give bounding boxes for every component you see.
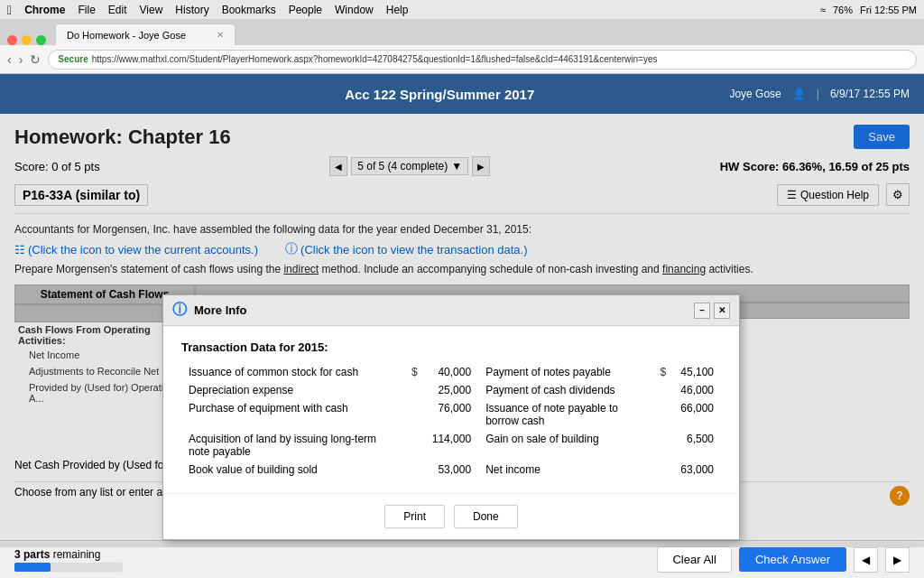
- row2-right-value: 46,000: [673, 381, 721, 399]
- row5-right-label: Net income: [478, 461, 652, 479]
- minimize-button[interactable]: [22, 35, 32, 45]
- back-button[interactable]: ‹: [7, 52, 12, 67]
- row4-left-value: 114,000: [425, 430, 478, 461]
- refresh-button[interactable]: ↻: [30, 52, 41, 67]
- row5-right-value: 63,000: [673, 461, 721, 479]
- main-content: Homework: Chapter 16 Save Score: 0 of 5 …: [0, 114, 924, 547]
- print-button[interactable]: Print: [384, 505, 445, 528]
- row4-right-dollar: [653, 430, 674, 461]
- modal-minimize-button[interactable]: –: [694, 303, 710, 319]
- menubar-people[interactable]: People: [289, 4, 322, 16]
- row1-right-value: 45,100: [673, 363, 721, 381]
- table-row: Acquisition of land by issuing long-term…: [181, 430, 721, 461]
- row1-left-value: 40,000: [425, 363, 478, 381]
- menubar-file[interactable]: File: [78, 4, 95, 16]
- row3-left-value: 76,000: [425, 399, 478, 430]
- chrome-tabbar: Do Homework - Joye Gose ✕: [0, 20, 924, 45]
- row4-right-label: Gain on sale of building: [478, 430, 652, 461]
- modal-table-title: Transaction Data for 2015:: [181, 340, 721, 354]
- forward-button[interactable]: ›: [19, 52, 23, 67]
- modal-overlay: ⓘ More Info – ✕ Transaction Data for 201…: [0, 114, 924, 547]
- modal-controls: – ✕: [694, 303, 730, 319]
- close-button[interactable]: [7, 35, 17, 45]
- row2-right-label: Payment of cash dividends: [478, 381, 652, 399]
- address-input[interactable]: Secure https://www.mathxl.com/Student/Pl…: [48, 50, 917, 70]
- row5-right-dollar: [653, 461, 674, 479]
- table-row: Purchase of equipment with cash 76,000 I…: [181, 399, 721, 430]
- row1-right-label: Payment of notes payable: [478, 363, 652, 381]
- row3-left-label: Purchase of equipment with cash: [181, 399, 404, 430]
- row1-right-dollar: $: [653, 363, 674, 381]
- modal-footer: Print Done: [163, 493, 739, 539]
- username: Joye Gose: [729, 88, 781, 100]
- table-row: Book value of building sold 53,000 Net i…: [181, 461, 721, 479]
- menubar-help[interactable]: Help: [386, 4, 409, 16]
- traffic-lights: [7, 35, 46, 45]
- chrome-tab[interactable]: Do Homework - Joye Gose ✕: [55, 23, 236, 45]
- menubar-window[interactable]: Window: [335, 4, 374, 16]
- app-header-right: Joye Gose 👤 | 6/9/17 12:55 PM: [729, 88, 910, 100]
- apple-logo-icon: : [7, 3, 12, 17]
- row4-right-value: 6,500: [673, 430, 721, 461]
- row4-left-label: Acquisition of land by issuing long-term…: [181, 430, 404, 461]
- secure-badge: Secure: [58, 54, 88, 64]
- user-icon: 👤: [792, 88, 806, 100]
- app-header-title: Acc 122 Spring/Summer 2017: [345, 87, 534, 102]
- row5-left-dollar: [404, 461, 425, 479]
- done-button[interactable]: Done: [454, 505, 518, 528]
- menubar-view[interactable]: View: [140, 4, 163, 16]
- clock: Fri 12:55 PM: [860, 5, 917, 15]
- modal-title: More Info: [194, 303, 247, 317]
- menubar-chrome[interactable]: Chrome: [24, 4, 65, 16]
- modal-titlebar: ⓘ More Info – ✕: [163, 295, 739, 326]
- modal-body: Transaction Data for 2015: Issuance of c…: [163, 326, 739, 493]
- row4-left-dollar: [404, 430, 425, 461]
- modal-info-icon: ⓘ: [172, 301, 187, 320]
- modal-close-button[interactable]: ✕: [714, 303, 730, 319]
- row5-left-label: Book value of building sold: [181, 461, 404, 479]
- row1-left-label: Issuance of common stock for cash: [181, 363, 404, 381]
- tab-close-icon[interactable]: ✕: [217, 30, 224, 40]
- url-text: https://www.mathxl.com/Student/PlayerHom…: [92, 54, 658, 64]
- row2-left-value: 25,000: [425, 381, 478, 399]
- tab-title: Do Homework - Joye Gose: [67, 30, 186, 41]
- row2-left-label: Depreciation expense: [181, 381, 404, 399]
- address-bar: ‹ › ↻ Secure https://www.mathxl.com/Stud…: [0, 45, 924, 74]
- row3-right-value: 66,000: [673, 399, 721, 430]
- menubar-bookmarks[interactable]: Bookmarks: [222, 4, 276, 16]
- row2-left-dollar: [404, 381, 425, 399]
- header-divider: |: [817, 88, 819, 100]
- row3-right-label: Issuance of note payable to borrow cash: [478, 399, 652, 430]
- header-datetime: 6/9/17 12:55 PM: [830, 88, 910, 100]
- row3-right-dollar: [653, 399, 674, 430]
- battery-level: 76%: [833, 5, 853, 15]
- row2-right-dollar: [653, 381, 674, 399]
- row3-left-dollar: [404, 399, 425, 430]
- more-info-modal: ⓘ More Info – ✕ Transaction Data for 201…: [162, 294, 740, 540]
- mac-menubar:  Chrome File Edit View History Bookmark…: [0, 0, 924, 20]
- menubar-right: ≈ 76% Fri 12:55 PM: [820, 5, 917, 15]
- menubar-left:  Chrome File Edit View History Bookmark…: [7, 3, 408, 17]
- row1-left-dollar: $: [404, 363, 425, 381]
- row5-left-value: 53,000: [425, 461, 478, 479]
- wifi-icon: ≈: [820, 5, 826, 15]
- modal-table: Issuance of common stock for cash $ 40,0…: [181, 363, 721, 479]
- modal-title-left: ⓘ More Info: [172, 301, 247, 320]
- menubar-history[interactable]: History: [175, 4, 208, 16]
- table-row: Depreciation expense 25,000 Payment of c…: [181, 381, 721, 399]
- menubar-edit[interactable]: Edit: [108, 4, 127, 16]
- table-row: Issuance of common stock for cash $ 40,0…: [181, 363, 721, 381]
- app-header: Acc 122 Spring/Summer 2017 Joye Gose 👤 |…: [0, 74, 924, 114]
- maximize-button[interactable]: [36, 35, 46, 45]
